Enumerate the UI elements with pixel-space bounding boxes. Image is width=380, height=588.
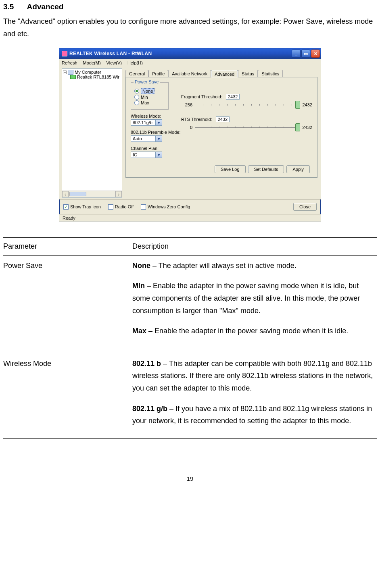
heading-title: Advanced [27,2,64,11]
unchecked-icon [141,204,146,210]
none-bold: None [132,262,150,270]
tree-child-label: Realtek RTL8185 Wir [77,75,119,79]
preamble-select[interactable]: Auto ▾ [131,135,312,142]
chevron-down-icon[interactable]: ▾ [156,119,162,126]
menu-view[interactable]: View(V) [106,60,122,65]
radio-icon [134,100,139,105]
menubar: Refresh Mode(M) View(V) Help(H) [59,59,321,67]
wireless-mode-value: 802.11g/b [131,119,156,126]
section-heading: 3.5 Advanced [3,2,377,11]
gb-bold: 802.11 g/b [132,405,167,413]
radio-off-checkbox[interactable]: Radio Off [108,204,134,210]
menu-help[interactable]: Help(H) [127,60,143,65]
radio-icon [134,89,139,93]
adapter-icon [70,75,76,79]
show-tray-label: Show Tray Icon [70,204,101,209]
radio-min-label: Min [141,95,148,100]
slider-thumb-icon[interactable] [295,123,300,131]
wzc-label: Windows Zero Config [148,204,190,209]
preamble-value: Auto [131,135,156,142]
tree-root-label: My Computer [75,70,101,75]
none-text: – The adapter will always set in active … [150,262,296,270]
preamble-label: 802.11b Preamble Mode: [131,130,312,135]
param-power-save: Power Save [3,255,132,353]
unchecked-icon [108,204,113,210]
gb-text: – If you have a mix of 802.11b and 802.1… [132,405,372,425]
app-icon [62,51,67,56]
b-bold: 802.11 b [132,359,161,368]
menu-mode[interactable]: Mode(M) [83,60,101,65]
desc-power-save: None – The adapter will always set in ac… [132,255,377,353]
wzc-checkbox[interactable]: Windows Zero Config [141,204,190,210]
rts-min: 0 [181,125,192,130]
chevron-down-icon[interactable]: ▾ [156,135,162,142]
page-number: 19 [3,475,377,482]
tab-status[interactable]: Status [238,70,258,77]
scroll-right-icon[interactable]: › [115,191,122,197]
tree-pane: – My Computer Realtek RTL8185 Wir ‹ › [62,69,122,197]
fragment-value[interactable]: 2432 [226,94,240,100]
tree-scrollbar[interactable]: ‹ › [62,191,122,197]
show-tray-checkbox[interactable]: ✓ Show Tray Icon [63,204,101,210]
radio-max[interactable]: Max [134,100,165,105]
tab-general[interactable]: General [125,70,148,77]
app-window: REALTEK Wireless LAN - RtWLAN _ ▭ ✕ Refr… [59,48,321,222]
fragment-min: 256 [181,102,192,107]
max-bold: Max [132,327,146,335]
status-bar: Ready [59,214,321,222]
titlebar: REALTEK Wireless LAN - RtWLAN _ ▭ ✕ [59,48,321,59]
tree-root[interactable]: – My Computer [63,70,121,75]
fragment-slider[interactable] [195,104,300,106]
set-defaults-button[interactable]: Set Defaults [248,165,284,173]
fragment-max: 2432 [303,102,312,107]
min-bold: Min [132,282,145,290]
scroll-thumb[interactable] [69,192,86,196]
radio-none-label: None [141,88,155,94]
channel-plan-select[interactable]: IC ▾ [131,152,312,158]
maximize-button[interactable]: ▭ [301,50,310,58]
close-button[interactable]: Close [293,203,317,211]
channel-plan-value: IC [131,152,156,158]
header-description: Description [132,238,377,256]
tab-advanced[interactable]: Advanced [211,70,238,77]
chevron-down-icon[interactable]: ▾ [156,152,162,158]
table-row: Power Save None – The adapter will alway… [3,255,377,353]
radio-min[interactable]: Min [134,95,165,100]
min-text: – Enable the adapter in the power saving… [132,282,360,314]
tab-statistics[interactable]: Statistics [258,70,283,77]
slider-thumb-icon[interactable] [295,101,300,109]
channel-plan-label: Channel Plan: [131,146,312,151]
apply-button[interactable]: Apply [286,165,310,173]
rts-label: RTS Threshold: [181,117,212,122]
parameter-table: Parameter Description Power Save None – … [3,237,377,439]
window-title: REALTEK Wireless LAN - RtWLAN [69,51,292,56]
radio-icon [134,95,139,100]
tab-available-network[interactable]: Available Network [168,70,211,77]
checked-icon: ✓ [63,204,69,210]
tree-expander-icon[interactable]: – [63,71,67,74]
power-save-legend: Power Save [134,79,160,84]
radio-none[interactable]: None [134,88,165,94]
power-save-group: Power Save None Min Max [131,82,169,110]
tree-child[interactable]: Realtek RTL8185 Wir [70,75,121,79]
desc-wireless-mode: 802.11 b – This adapter can be compatibl… [132,353,377,438]
intro-paragraph: The "Advanced" option enables you to con… [3,15,377,40]
save-log-button[interactable]: Save Log [215,165,245,173]
bottom-bar: ✓ Show Tray Icon Radio Off Windows Zero … [59,199,321,214]
radio-off-label: Radio Off [115,204,134,209]
minimize-button[interactable]: _ [292,50,301,58]
rts-slider[interactable] [195,127,300,128]
param-wireless-mode: Wireless Mode [3,353,132,438]
menu-refresh[interactable]: Refresh [62,60,77,65]
fragment-label: Fragment Threshold: [181,94,222,99]
b-text: – This adapter can be compatible with bo… [132,359,373,392]
rts-value[interactable]: 2432 [216,116,230,122]
scroll-left-icon[interactable]: ‹ [62,191,69,197]
computer-icon [68,70,73,75]
window-close-button[interactable]: ✕ [311,50,320,58]
tab-profile[interactable]: Profile [148,70,168,77]
max-text: – Enable the adapter in the power saving… [146,327,348,335]
tab-body: Power Save None Min Max Wireless Mode: [125,77,317,178]
header-parameter: Parameter [3,238,132,256]
heading-number: 3.5 [3,2,25,11]
